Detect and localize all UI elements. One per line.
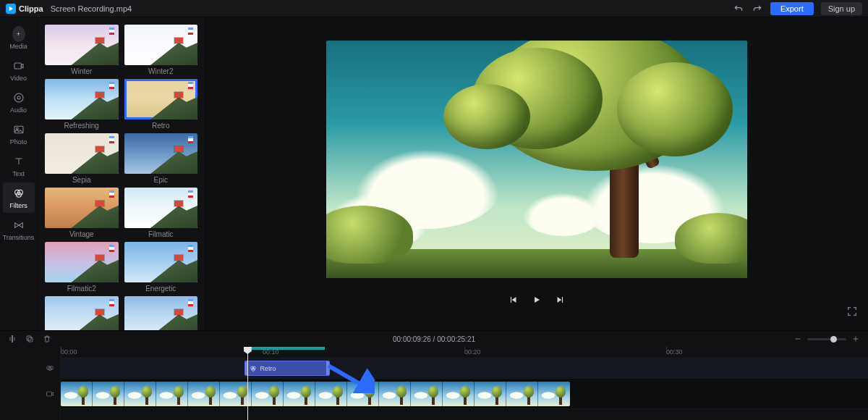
video-track-icon[interactable] [0, 379, 60, 409]
play-icon[interactable] [531, 294, 542, 306]
work-area-strip[interactable] [247, 347, 325, 350]
timecode-total: 00:00:25:21 [437, 335, 475, 343]
ruler-tick: 00:20 [464, 348, 481, 356]
zoom-slider[interactable] [807, 338, 846, 340]
sidebar-item-filters[interactable]: Filters [3, 182, 35, 213]
ruler-tick: 00:30 [666, 348, 683, 356]
filter-label: Filmatic [124, 230, 198, 239]
photo-icon [12, 123, 25, 136]
undo-icon[interactable] [733, 3, 744, 14]
filter-label: Epic [124, 176, 198, 185]
sidebar-item-text[interactable]: Text [3, 151, 35, 181]
zoom-in-icon[interactable] [851, 334, 861, 344]
flag-icon [188, 82, 193, 89]
filter-label: Filmatic2 [45, 285, 119, 293]
flag-icon [188, 299, 193, 306]
filter-label: Winter2 [124, 67, 198, 76]
filter-label: Sepia [45, 176, 119, 185]
video-track[interactable] [61, 379, 868, 409]
redo-icon[interactable] [752, 3, 763, 14]
clip-thumbnail [411, 382, 443, 406]
signup-button[interactable]: Sign up [821, 2, 862, 15]
timeline-toolbar: 00:00:09:26 / 00:00:25:21 [0, 331, 868, 347]
filter-thumb-filmatic2[interactable] [45, 242, 119, 282]
filter-thumb-winter[interactable] [45, 25, 119, 65]
zoom-out-icon[interactable] [793, 334, 803, 344]
flag-icon [109, 136, 114, 143]
filter-thumb-sepia[interactable] [45, 133, 119, 174]
clip-thumbnail [443, 382, 475, 406]
filter-thumb-more[interactable] [124, 296, 198, 330]
zoom-control [793, 334, 861, 344]
svg-rect-0 [14, 63, 21, 69]
svg-rect-12 [27, 336, 31, 340]
filter-track-icon[interactable] [0, 358, 60, 379]
clip-thumbnail [156, 382, 188, 406]
app-header: Clippa Screen Recording.mp4 Export Sign … [0, 0, 868, 17]
text-icon [12, 155, 25, 168]
clip-thumbnail [538, 382, 570, 406]
clip-thumbnail [61, 382, 93, 406]
trash-icon[interactable] [42, 334, 52, 344]
filters-icon [250, 365, 257, 372]
clip-handle-right[interactable] [326, 361, 329, 375]
sidebar-item-audio[interactable]: Audio [3, 87, 35, 117]
filter-thumb-epic[interactable] [124, 133, 198, 174]
copy-icon[interactable] [25, 334, 35, 344]
sidebar-item-video[interactable]: Video [3, 55, 35, 85]
flag-icon [109, 299, 114, 306]
timecode-display: 00:00:09:26 / 00:00:25:21 [393, 335, 475, 343]
project-title[interactable]: Screen Recording.mp4 [51, 4, 132, 13]
skip-forward-icon[interactable] [554, 294, 566, 306]
filter-track[interactable]: Retro [61, 358, 868, 379]
skip-back-icon[interactable] [508, 294, 519, 306]
fullscreen-icon[interactable] [846, 306, 858, 320]
sidebar-item-media[interactable]: +Media [3, 23, 35, 54]
clip-thumbnail [188, 382, 220, 406]
playhead[interactable] [247, 347, 248, 420]
flag-icon [188, 245, 193, 252]
timeline-gutter [0, 347, 61, 420]
timeline-body: 00:0000:1000:2000:3000:40 Retro [0, 347, 868, 420]
filter-thumb-energetic[interactable] [124, 242, 198, 282]
sidebar-item-label: Text [12, 170, 25, 177]
timecode-current: 00:00:09:26 [393, 335, 431, 343]
filter-thumb-filmatic[interactable] [124, 188, 198, 228]
flag-icon [109, 190, 114, 198]
svg-rect-10 [12, 336, 13, 343]
sidebar-rail: +MediaVideoAudioPhotoTextFiltersTransiti… [0, 17, 38, 330]
transitions-icon [12, 219, 25, 232]
filter-thumb-refreshing[interactable] [45, 79, 119, 119]
flag-icon [188, 190, 193, 198]
filters-panel[interactable]: WinterWinter2RefreshingRetroSepiaEpicVin… [38, 17, 205, 330]
svg-rect-11 [28, 337, 33, 342]
filter-label: Retro [124, 122, 198, 130]
video-clip[interactable] [61, 382, 570, 406]
filter-thumb-more[interactable] [45, 296, 119, 330]
clip-thumbnail [506, 382, 538, 406]
filter-label: Winter [45, 67, 119, 76]
split-icon[interactable] [7, 334, 17, 344]
filter-label: Refreshing [45, 122, 119, 130]
video-icon [12, 59, 25, 72]
export-button[interactable]: Export [770, 2, 814, 15]
clip-thumbnail [93, 382, 124, 406]
clip-thumbnail [124, 382, 156, 406]
flag-icon [188, 136, 193, 143]
clip-thumbnail [379, 382, 411, 406]
filter-thumb-retro[interactable] [124, 79, 198, 119]
filter-clip[interactable]: Retro [244, 361, 329, 376]
media-icon: + [12, 28, 25, 41]
svg-rect-19 [47, 392, 52, 396]
sidebar-item-photo[interactable]: Photo [3, 119, 35, 149]
timeline-tracks[interactable]: 00:0000:1000:2000:3000:40 Retro [61, 347, 868, 420]
timeline-ruler[interactable]: 00:0000:1000:2000:3000:40 [61, 347, 868, 358]
ruler-tick: 00:00 [61, 348, 77, 356]
flag-icon [109, 82, 114, 89]
filter-thumb-vintage[interactable] [45, 188, 119, 228]
svg-point-1 [14, 93, 23, 102]
preview-canvas[interactable] [326, 41, 747, 278]
clip-thumbnail [252, 382, 284, 406]
filter-thumb-winter2[interactable] [124, 25, 198, 65]
sidebar-item-transitions[interactable]: Transitions [3, 214, 35, 245]
